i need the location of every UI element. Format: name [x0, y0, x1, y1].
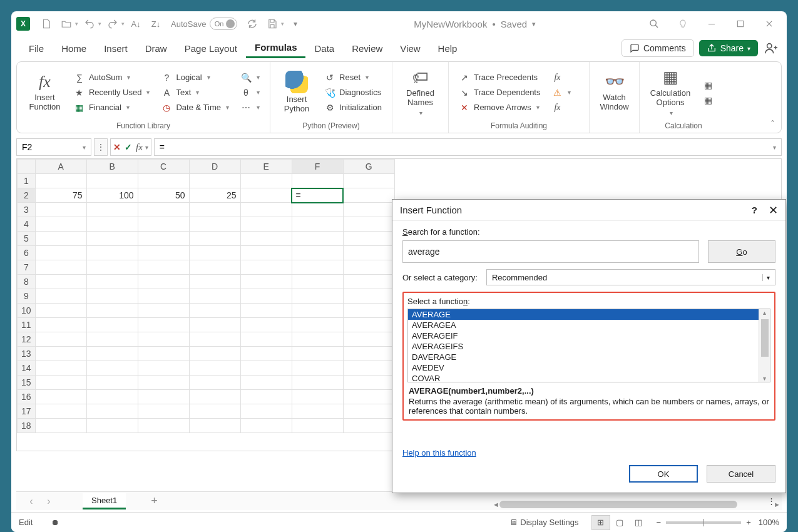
- col-F[interactable]: F: [292, 160, 343, 174]
- grp-button[interactable]: ⋮: [94, 138, 108, 156]
- financial-button[interactable]: ▦Financial▾: [71, 101, 153, 115]
- sort-desc-icon[interactable]: Z↓: [147, 15, 165, 33]
- insert-function-button[interactable]: fx Insert Function: [24, 64, 65, 120]
- list-item[interactable]: DAVERAGE: [408, 352, 770, 362]
- tab-page-layout[interactable]: Page Layout: [176, 39, 246, 58]
- sheet-next-icon[interactable]: ›: [40, 496, 58, 507]
- maximize-icon[interactable]: [732, 15, 749, 33]
- cell-C2[interactable]: 50: [138, 188, 189, 203]
- list-item[interactable]: AVERAGEIF: [408, 330, 770, 341]
- list-item[interactable]: AVERAGEA: [408, 320, 770, 330]
- tab-insert[interactable]: Insert: [95, 39, 136, 58]
- tab-formulas[interactable]: Formulas: [246, 38, 306, 58]
- row-1[interactable]: 1: [18, 174, 36, 188]
- show-formulas-button[interactable]: fx: [549, 71, 573, 84]
- error-check-button[interactable]: ⚠▾: [549, 86, 573, 100]
- diagnostics-button[interactable]: 🩺Diagnostics: [322, 86, 384, 100]
- horizontal-scrollbar[interactable]: ◄ ►: [493, 499, 780, 509]
- reset-button[interactable]: ↺Reset▾: [322, 71, 384, 84]
- calc-sheet-button[interactable]: ▦: [700, 93, 716, 107]
- calc-now-button[interactable]: ▦: [700, 78, 716, 92]
- go-button[interactable]: Go: [708, 240, 775, 263]
- add-sheet-icon[interactable]: +: [151, 494, 158, 508]
- row-2[interactable]: 2: [18, 188, 36, 203]
- datetime-button[interactable]: ◷Date & Time▾: [158, 101, 232, 115]
- list-item[interactable]: AVEDEV: [408, 362, 770, 373]
- view-pagelayout-icon[interactable]: ▢: [610, 515, 629, 530]
- math-button[interactable]: θ▾: [238, 86, 262, 100]
- cancel-button[interactable]: Cancel: [707, 465, 775, 483]
- logical-button[interactable]: ?Logical▾: [158, 71, 232, 84]
- cell-E2[interactable]: [240, 188, 292, 203]
- open-icon[interactable]: [58, 15, 75, 33]
- save-icon[interactable]: [263, 15, 281, 33]
- recent-button[interactable]: ★Recently Used▾: [71, 86, 153, 100]
- display-settings-button[interactable]: 🖥 Display Settings: [509, 518, 578, 527]
- initialization-button[interactable]: ⚙Initialization: [322, 101, 384, 115]
- sync-icon[interactable]: [243, 15, 261, 33]
- formula-input[interactable]: =▾: [154, 138, 782, 156]
- cell-A2[interactable]: 75: [35, 188, 86, 203]
- tab-data[interactable]: Data: [305, 39, 343, 58]
- sheet-prev-icon[interactable]: ‹: [23, 496, 40, 507]
- share-button[interactable]: Share▾: [699, 40, 758, 56]
- enter-formula-icon[interactable]: ✓: [125, 142, 132, 152]
- idea-icon[interactable]: [674, 15, 692, 33]
- scroll-right-icon[interactable]: ►: [774, 501, 780, 508]
- tab-help[interactable]: Help: [429, 39, 466, 58]
- view-pagebreak-icon[interactable]: ◫: [629, 515, 648, 530]
- undo-icon[interactable]: [81, 15, 98, 33]
- cell-F2[interactable]: =: [292, 188, 343, 203]
- col-C[interactable]: C: [138, 160, 189, 174]
- collapse-ribbon-icon[interactable]: ˄: [770, 119, 775, 129]
- watch-window-button[interactable]: 👓 Watch Window: [597, 64, 632, 120]
- list-item[interactable]: AVERAGEIFS: [408, 341, 770, 352]
- sheet-tab-sheet1[interactable]: Sheet1: [83, 493, 126, 509]
- qat-overflow-icon[interactable]: ▾: [287, 15, 304, 33]
- ok-button[interactable]: OK: [629, 465, 698, 483]
- trace-dependents-button[interactable]: ↘Trace Dependents: [456, 86, 543, 100]
- zoom-in-icon[interactable]: +: [746, 518, 751, 527]
- zoom-level[interactable]: 100%: [759, 518, 779, 527]
- zoom-slider[interactable]: [666, 521, 741, 524]
- tab-file[interactable]: File: [20, 39, 53, 58]
- tab-home[interactable]: Home: [53, 39, 95, 58]
- new-file-icon[interactable]: [38, 15, 55, 33]
- insert-python-button[interactable]: Insert Python: [278, 64, 315, 120]
- list-item-average[interactable]: AVERAGE: [408, 309, 770, 320]
- list-item[interactable]: COVAR: [408, 373, 770, 382]
- more-func-button[interactable]: ⋯▾: [238, 101, 262, 115]
- list-scrollbar[interactable]: ▴ ▾: [759, 309, 770, 382]
- tab-draw[interactable]: Draw: [136, 39, 176, 58]
- col-A[interactable]: A: [35, 160, 86, 174]
- remove-arrows-button[interactable]: ✕Remove Arrows▾: [456, 101, 543, 115]
- view-normal-icon[interactable]: ⊞: [591, 515, 610, 530]
- search-function-input[interactable]: average: [402, 240, 699, 263]
- col-G[interactable]: G: [343, 160, 394, 174]
- zoom-out-icon[interactable]: −: [657, 518, 662, 527]
- workbook-title[interactable]: MyNewWorkbook • Saved ▾: [304, 19, 645, 29]
- col-D[interactable]: D: [189, 160, 240, 174]
- cell-D2[interactable]: 25: [189, 188, 240, 203]
- function-list[interactable]: AVERAGE AVERAGEA AVERAGEIF AVERAGEIFS DA…: [407, 309, 770, 382]
- cancel-formula-icon[interactable]: ✕: [113, 142, 121, 152]
- calc-options-button[interactable]: ▦ Calculation Options▾: [647, 64, 693, 120]
- minimize-icon[interactable]: ─: [703, 15, 720, 33]
- autosum-button[interactable]: ∑AutoSum▾: [71, 71, 153, 84]
- close-icon[interactable]: [760, 15, 778, 33]
- dialog-close-icon[interactable]: ✕: [769, 203, 778, 217]
- lookup-button[interactable]: 🔍▾: [238, 71, 262, 84]
- sort-asc-icon[interactable]: A↓: [127, 15, 145, 33]
- category-select[interactable]: Recommended▾: [486, 269, 775, 285]
- defined-names-button[interactable]: 🏷 Defined Names▾: [400, 64, 441, 120]
- tab-view[interactable]: View: [391, 39, 429, 58]
- cell-G2[interactable]: [343, 188, 394, 203]
- comments-button[interactable]: Comments: [622, 39, 694, 57]
- help-link[interactable]: Help on this function: [402, 448, 476, 458]
- macro-icon[interactable]: ⏺: [51, 518, 59, 527]
- dialog-help-icon[interactable]: ?: [752, 205, 757, 215]
- name-box[interactable]: F2▾: [16, 138, 91, 156]
- user-icon[interactable]: [764, 41, 778, 55]
- search-icon[interactable]: [645, 15, 663, 33]
- scroll-left-icon[interactable]: ◄: [493, 501, 499, 508]
